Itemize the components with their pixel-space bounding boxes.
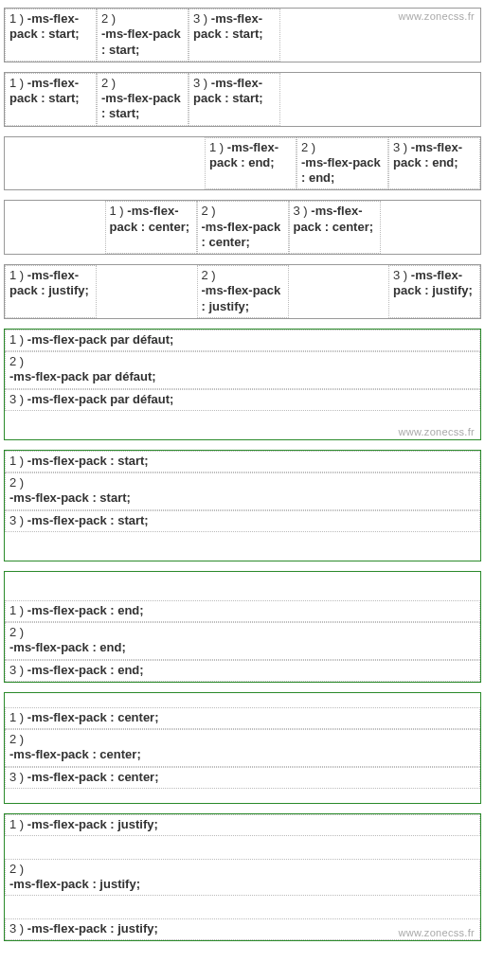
cell-3: 3 ) -ms-flex-pack : start;: [189, 9, 280, 62]
watermark: www.zonecss.fr: [398, 10, 475, 22]
cell-1: 1 ) -ms-flex-pack : start;: [5, 451, 480, 472]
col-flexpack-justify: www.zonecss.fr 1 ) -ms-flex-pack : justi…: [4, 813, 481, 941]
cell-1: 1 ) -ms-flex-pack : start;: [5, 9, 97, 62]
cell-2: 2 )-ms-flex-pack : end;: [296, 137, 388, 190]
cell-3: 3 ) -ms-flex-pack : start;: [189, 73, 280, 126]
col-flexpack-end: 1 ) -ms-flex-pack : end; 2 )-ms-flex-pac…: [4, 571, 481, 683]
cell-3: 3 ) -ms-flex-pack : end;: [5, 660, 480, 682]
row-flexpack-start: 1 ) -ms-flex-pack : start; 2 )-ms-flex-p…: [4, 72, 481, 127]
cell-1: 1 ) -ms-flex-pack par défaut;: [5, 330, 480, 351]
row-flexpack-justify: 1 ) -ms-flex-pack : justify; 2 )-ms-flex…: [4, 264, 481, 319]
cell-1: 1 ) -ms-flex-pack : end;: [5, 600, 480, 622]
cell-3: 3 ) -ms-flex-pack : justify;: [5, 918, 480, 940]
cell-2: 2 )-ms-flex-pack : center;: [5, 729, 480, 767]
cell-2: 2 )-ms-flex-pack : center;: [197, 201, 289, 254]
cell-1: 1 ) -ms-flex-pack : center;: [105, 201, 197, 254]
cell-2: 2 )-ms-flex-pack : justify;: [5, 859, 480, 897]
cell-1: 1 ) -ms-flex-pack : end;: [205, 137, 296, 190]
cell-2: 2 )-ms-flex-pack : start;: [97, 9, 189, 62]
col-flexpack-default: www.zonecss.fr 1 ) -ms-flex-pack par déf…: [4, 329, 481, 440]
cell-3: 3 ) -ms-flex-pack : start;: [5, 510, 480, 532]
cell-1: 1 ) -ms-flex-pack : center;: [5, 707, 480, 729]
cell-2: 2 )-ms-flex-pack : justify;: [197, 265, 289, 318]
cell-3: 3 ) -ms-flex-pack : end;: [388, 137, 480, 190]
col-flexpack-start: 1 ) -ms-flex-pack : start; 2 )-ms-flex-p…: [4, 450, 481, 561]
cell-1: 1 ) -ms-flex-pack : justify;: [5, 814, 480, 836]
watermark: www.zonecss.fr: [398, 426, 475, 437]
cell-3: 3 ) -ms-flex-pack : justify;: [388, 265, 480, 318]
cell-1: 1 ) -ms-flex-pack : justify;: [5, 265, 97, 318]
col-flexpack-center: 1 ) -ms-flex-pack : center; 2 )-ms-flex-…: [4, 692, 481, 804]
cell-3: 3 ) -ms-flex-pack : center;: [289, 201, 381, 254]
cell-2: 2 )-ms-flex-pack : start;: [5, 472, 480, 510]
cell-3: 3 ) -ms-flex-pack par défaut;: [5, 389, 480, 411]
row-flexpack-default: www.zonecss.fr 1 ) -ms-flex-pack : start…: [4, 8, 481, 62]
row-flexpack-center: 1 ) -ms-flex-pack : center; 2 )-ms-flex-…: [4, 200, 481, 255]
cell-3: 3 ) -ms-flex-pack : center;: [5, 767, 480, 789]
cell-2: 2 )-ms-flex-pack : start;: [97, 73, 189, 126]
cell-1: 1 ) -ms-flex-pack : start;: [5, 73, 97, 126]
cell-2: 2 )-ms-flex-pack : end;: [5, 622, 480, 660]
cell-2: 2 )-ms-flex-pack par défaut;: [5, 351, 480, 389]
row-flexpack-end: 1 ) -ms-flex-pack : end; 2 )-ms-flex-pac…: [4, 136, 481, 191]
